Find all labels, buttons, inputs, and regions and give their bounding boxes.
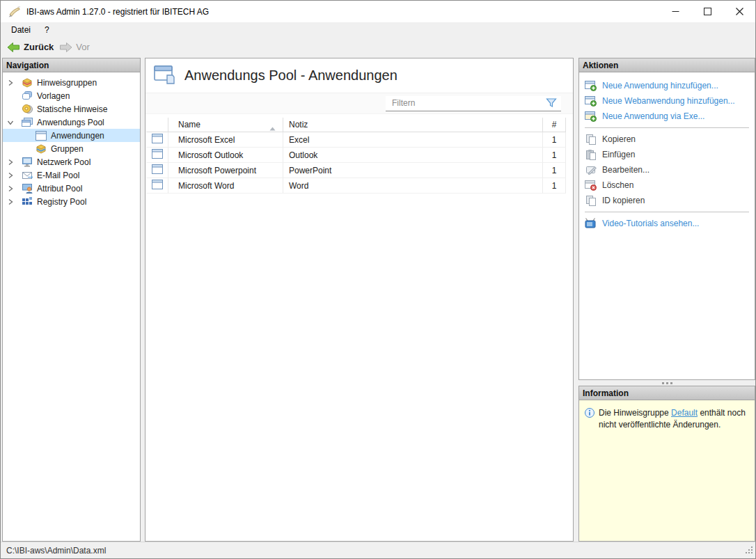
column-header-name[interactable]: Name (168, 118, 283, 132)
chevron-right-icon[interactable] (7, 78, 21, 88)
action-new-application[interactable]: Neue Anwendung hinzufügen... (579, 78, 755, 93)
menu-bar: Datei ? (1, 22, 755, 38)
sidebar-item-attribut-pool[interactable]: Attribut Pool (3, 182, 140, 195)
menu-help[interactable]: ? (38, 23, 56, 37)
table-row[interactable]: Microsoft Excel Excel 1 (146, 132, 566, 148)
status-bar: C:\IBI-aws\Admin\Data.xml (1, 542, 755, 558)
chevron-spacer (7, 91, 21, 101)
column-header-notiz[interactable]: Notiz (283, 118, 543, 132)
sidebar-item-netzwerk-pool[interactable]: Netzwerk Pool (3, 155, 140, 168)
attribute-icon (21, 183, 33, 194)
close-button[interactable] (723, 1, 755, 22)
window-icon (35, 130, 47, 141)
action-video-tutorials[interactable]: Video-Tutorials ansehen... (579, 216, 755, 231)
back-button[interactable]: Zurück (6, 40, 58, 54)
content-panel: Anwendungs Pool - Anwendungen Name Notiz… (145, 58, 574, 542)
chevron-right-icon[interactable] (7, 197, 21, 207)
icon-column-header[interactable] (146, 118, 168, 132)
templates-icon (21, 90, 33, 102)
sort-asc-icon (269, 123, 276, 132)
forward-button[interactable]: Vor (58, 40, 94, 54)
row-cell-notiz: Outlook (283, 148, 543, 163)
action-copy[interactable]: Kopieren (579, 132, 755, 147)
sidebar-item-label: Attribut Pool (37, 184, 82, 194)
navigation-tree: Hinweisgruppen Vorlagen Statische Hinwei… (3, 72, 140, 208)
chevron-right-icon[interactable] (7, 171, 21, 180)
action-new-webapplication[interactable]: Neue Webanwendung hinzufügen... (579, 93, 755, 109)
chevron-right-icon[interactable] (7, 184, 21, 194)
actions-separator (585, 212, 749, 212)
action-label: ID kopieren (602, 196, 645, 205)
action-paste[interactable]: Einfügen (579, 147, 755, 162)
window-title: IBI-aws Admin 1.27.0 - registriert für I… (26, 7, 209, 17)
maximize-button[interactable] (691, 1, 723, 22)
sidebar-item-anwendungen[interactable]: Anwendungen (3, 129, 140, 142)
title-bar: IBI-aws Admin 1.27.0 - registriert für I… (1, 1, 755, 22)
sidebar-item-vorlagen[interactable]: Vorlagen (3, 89, 140, 102)
filter-input[interactable] (386, 98, 546, 108)
sidebar-item-anwendungs-pool[interactable]: Anwendungs Pool (3, 116, 140, 129)
action-new-application-via-exe[interactable]: Neue Anwendung via Exe... (579, 109, 755, 124)
row-cell-name: Microsoft Word (168, 178, 283, 194)
table-row[interactable]: Microsoft Outlook Outlook 1 (146, 148, 566, 163)
action-copy-id[interactable]: ID kopieren (579, 193, 755, 208)
column-header-label: # (552, 120, 557, 129)
sidebar-item-gruppen[interactable]: Gruppen (3, 142, 140, 155)
row-cell-count: 1 (543, 132, 566, 148)
table-row[interactable]: Microsoft Word Word 1 (146, 178, 566, 194)
action-label: Video-Tutorials ansehen... (602, 219, 699, 228)
window-delete-icon (585, 180, 597, 191)
maximize-icon (704, 8, 711, 15)
row-cell-name: Microsoft Outlook (168, 148, 283, 163)
action-label: Bearbeiten... (602, 165, 649, 175)
table-row[interactable]: Microsoft Powerpoint PowerPoint 1 (146, 163, 566, 178)
window-add-icon (585, 80, 597, 91)
resize-grip-icon[interactable] (745, 546, 753, 556)
sidebar-item-label: Anwendungen (51, 131, 104, 141)
app-window: { "window": { "title": "IBI-aws Admin 1.… (0, 0, 756, 559)
navigation-toolbar: Zurück Vor (1, 38, 755, 56)
copy-icon (585, 195, 597, 206)
action-label: Neue Webanwendung hinzufügen... (602, 96, 735, 106)
row-cell-notiz: PowerPoint (283, 163, 543, 178)
minimize-button[interactable] (659, 1, 691, 22)
sidebar-item-hinweisgruppen[interactable]: Hinweisgruppen (3, 76, 140, 89)
applications-table: Name Notiz # Microsoft Excel Excel 1 Mic… (146, 118, 566, 194)
window-icon (152, 149, 163, 161)
status-file-path: C:\IBI-aws\Admin\Data.xml (6, 546, 106, 556)
sidebar-item-label: Statische Hinweise (37, 104, 107, 114)
chevron-right-icon[interactable] (7, 157, 21, 167)
row-cell-name: Microsoft Powerpoint (168, 163, 283, 178)
row-cell-icon (146, 163, 168, 178)
sidebar-item-email-pool[interactable]: E-Mail Pool (3, 168, 140, 182)
edit-icon (585, 164, 597, 175)
actions-panel: Aktionen Neue Anwendung hinzufügen... Ne… (578, 58, 755, 380)
tv-icon (585, 218, 597, 229)
sidebar-item-registry-pool[interactable]: Registry Pool (3, 195, 140, 208)
static-note-icon (21, 104, 33, 115)
menu-datei[interactable]: Datei (4, 23, 38, 37)
windows-stack-icon (153, 63, 176, 88)
default-group-link[interactable]: Default (671, 408, 698, 418)
page-title: Anwendungs Pool - Anwendungen (184, 68, 397, 84)
page-header: Anwendungs Pool - Anwendungen (145, 58, 573, 93)
window-icon (152, 164, 163, 176)
chevron-spacer (21, 131, 35, 141)
window-icon (152, 134, 163, 145)
sidebar-item-label: Vorlagen (37, 91, 70, 101)
panel-splitter-handle[interactable] (578, 380, 755, 386)
action-delete[interactable]: Löschen (579, 178, 755, 193)
sidebar-item-statische-hinweise[interactable]: Statische Hinweise (3, 102, 140, 116)
chevron-down-icon[interactable] (7, 118, 21, 127)
information-panel-header: Information (579, 386, 755, 400)
window-exe-add-icon (585, 111, 597, 122)
funnel-icon[interactable] (546, 97, 558, 109)
actions-separator (585, 127, 749, 128)
sidebar-item-label: E-Mail Pool (37, 171, 79, 180)
column-header-label: Name (178, 120, 200, 129)
minimize-icon (672, 8, 679, 15)
column-header-count[interactable]: # (543, 118, 566, 132)
action-edit[interactable]: Bearbeiten... (579, 162, 755, 178)
row-cell-count: 1 (543, 178, 566, 194)
column-header-label: Notiz (289, 120, 308, 129)
